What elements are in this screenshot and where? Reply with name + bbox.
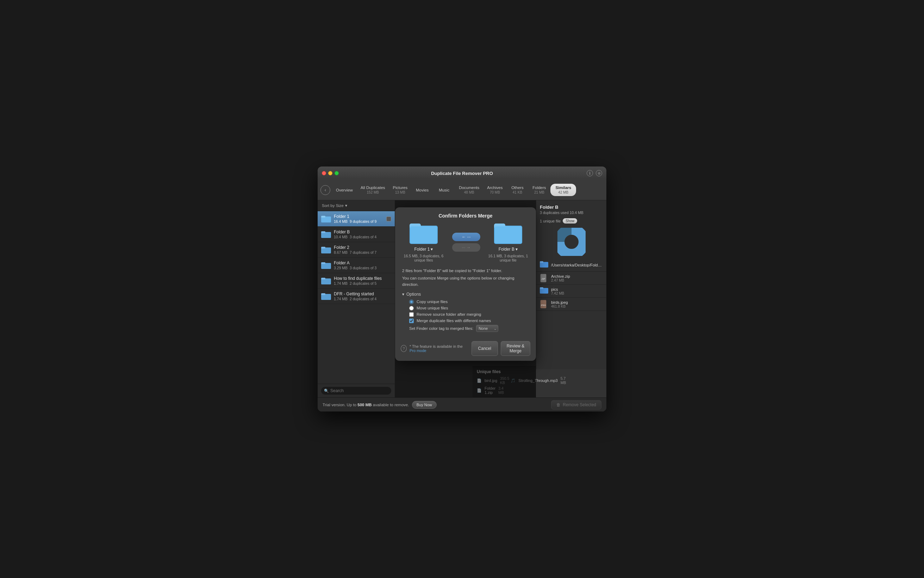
- titlebar: Duplicate File Remover PRO ℹ ⊕: [318, 167, 606, 180]
- folder-item[interactable]: DFR - Getting started 1.74 MB 2 duplicat…: [318, 289, 395, 304]
- option-remove-source: Remove source folder after merging: [402, 312, 529, 317]
- content-area: Folder B 3 duplicates used 10.4 MB 1 uni…: [395, 200, 606, 398]
- folder-item[interactable]: Folder 2 8.67 MB 7 duplicates of 7: [318, 242, 395, 258]
- file-info: birds.jpeg 461.8 KB: [551, 300, 603, 308]
- remove-source-checkbox[interactable]: [409, 312, 414, 317]
- folder-info: How to find duplicate files 1.74 MB 2 du…: [334, 276, 391, 286]
- merge-diff-checkbox[interactable]: [409, 318, 414, 323]
- info-icon[interactable]: ℹ: [587, 170, 593, 176]
- main-content: Sort by Size ▾ Folder 1 16.4 MB 9 duplic…: [318, 200, 606, 398]
- folder-item[interactable]: Folder B 10.4 MB 3 duplicates of 4: [318, 227, 395, 242]
- folder-small-icon: [540, 287, 548, 295]
- folder-item[interactable]: Folder A 3.29 MB 3 duplicates of 3: [318, 258, 395, 273]
- help-button[interactable]: ?: [401, 345, 407, 352]
- modal-options: ▾ Options Copy unique files Move unique …: [395, 289, 536, 338]
- modal-footer-buttons: Cancel Review & Merge: [471, 341, 530, 356]
- svg-rect-19: [540, 287, 543, 289]
- search-input[interactable]: [330, 388, 388, 393]
- tab-music[interactable]: Music: [434, 187, 455, 193]
- svg-rect-1: [321, 216, 325, 218]
- svg-rect-15: [540, 261, 543, 263]
- file-info: Archive.zip 2.47 MB: [551, 274, 603, 283]
- tab-overview[interactable]: Overview: [333, 187, 356, 193]
- svg-rect-11: [321, 293, 325, 295]
- folder-icon: [321, 231, 331, 238]
- folder-icon: [321, 246, 331, 254]
- app-window: Duplicate File Remover PRO ℹ ⊕ ‹ Overvie…: [318, 167, 606, 411]
- option-copy: Copy unique files: [402, 300, 529, 304]
- cancel-button[interactable]: Cancel: [471, 341, 498, 356]
- tab-movies[interactable]: Movies: [412, 187, 433, 193]
- file-entry: ZIP Archive.zip 2.47 MB: [536, 272, 606, 285]
- remove-selected-button[interactable]: 🗑 Remove Selected: [551, 400, 601, 409]
- tab-archives[interactable]: Archives 70 MB: [484, 184, 506, 196]
- window-title: Duplicate File Remover PRO: [431, 171, 493, 176]
- folder1-display: Folder 1 ▾ 16.5 MB, 3 duplicates, 6 uniq…: [402, 222, 445, 262]
- folder2-display: Folder B ▾ 16.1 MB, 3 duplicates, 1 uniq…: [487, 222, 529, 262]
- arrow-left-button[interactable]: ← ···: [452, 233, 480, 241]
- color-tag-select-wrap: None Red Orange Yellow Green Blue Purple…: [476, 325, 498, 332]
- titlebar-actions: ℹ ⊕: [587, 170, 602, 176]
- color-tag-row: Set Finder color tag to merged files: No…: [402, 325, 529, 332]
- modal-overlay: Confirm Folders Merge F: [395, 200, 536, 398]
- feed-icon[interactable]: ⊕: [596, 170, 602, 176]
- arrow-right-button[interactable]: ··· →: [452, 243, 480, 252]
- tab-documents[interactable]: Documents 48 MB: [455, 184, 483, 196]
- buy-now-button[interactable]: Buy Now: [412, 401, 437, 409]
- tab-folders[interactable]: Folders 21 MB: [529, 184, 550, 196]
- folder-list: Folder 1 16.4 MB 9 duplicates of 9 Folde…: [318, 211, 395, 384]
- svg-rect-27: [495, 226, 521, 243]
- move-radio[interactable]: [409, 306, 414, 310]
- tab-similars[interactable]: Similars 42 MB: [551, 184, 576, 196]
- svg-text:JPEG: JPEG: [541, 304, 546, 306]
- folder-item[interactable]: How to find duplicate files 1.74 MB 2 du…: [318, 273, 395, 289]
- folders-compare-row: Folder 1 ▾ 16.5 MB, 3 duplicates, 6 uniq…: [395, 222, 536, 266]
- tab-others[interactable]: Others 41 KB: [507, 184, 528, 196]
- maximize-button[interactable]: [335, 171, 339, 175]
- pro-text: * The feature is available in the Pro mo…: [409, 344, 469, 353]
- folder-icon: [321, 261, 331, 269]
- back-button[interactable]: ‹: [320, 185, 330, 195]
- tabs-bar: ‹ Overview All Duplicates 152 MB Picture…: [318, 180, 606, 200]
- close-button[interactable]: [322, 171, 326, 175]
- confirm-merge-modal: Confirm Folders Merge F: [395, 207, 536, 361]
- tab-pictures[interactable]: Pictures 13 MB: [390, 184, 411, 196]
- folder-info: Folder 1 16.4 MB 9 duplicates of 9: [334, 214, 383, 224]
- folder-icon: [321, 277, 331, 285]
- tab-all-duplicates[interactable]: All Duplicates 152 MB: [357, 184, 389, 196]
- traffic-lights: [322, 171, 339, 175]
- options-header[interactable]: ▾ Options: [402, 292, 529, 297]
- color-tag-select[interactable]: None Red Orange Yellow Green Blue Purple…: [476, 325, 498, 332]
- unique-row: 1 unique file Show: [536, 217, 606, 225]
- file-info: pics 7.42 MB: [551, 287, 603, 295]
- folder-info: Folder B 10.4 MB 3 duplicates of 4: [334, 229, 391, 239]
- right-panel-header: Folder B 3 duplicates used 10.4 MB: [536, 200, 606, 217]
- folder-item[interactable]: Folder 1 16.4 MB 9 duplicates of 9: [318, 211, 395, 227]
- folder1-icon: [409, 222, 438, 245]
- show-button[interactable]: Show: [563, 218, 577, 224]
- option-move: Move unique files: [402, 306, 529, 310]
- folder-info: DFR - Getting started 1.74 MB 2 duplicat…: [334, 291, 391, 301]
- file-entry: pics 7.42 MB: [536, 285, 606, 298]
- sidebar-header: Sort by Size ▾: [318, 200, 395, 211]
- pro-mode-link[interactable]: Pro mode: [409, 349, 426, 353]
- sidebar: Sort by Size ▾ Folder 1 16.4 MB 9 duplic…: [318, 200, 395, 398]
- sort-button[interactable]: Sort by Size ▾: [322, 203, 347, 208]
- merge-arrows: ← ··· ··· →: [452, 233, 480, 252]
- status-text: Trial version. Up to 500 MB available to…: [323, 403, 409, 407]
- right-panel: Folder B 3 duplicates used 10.4 MB 1 uni…: [536, 200, 606, 369]
- folder2-icon: [494, 222, 522, 245]
- folder-small-icon: [540, 261, 548, 269]
- file-info: /Users/starka/Desktop/Folder B: [551, 263, 603, 267]
- folder-info: Folder A 3.29 MB 3 duplicates of 3: [334, 260, 391, 270]
- modal-info: 2 files from "Folder B" will be copied t…: [395, 266, 536, 289]
- file-entry: JPEG birds.jpeg 461.8 KB: [536, 298, 606, 311]
- image-icon: JPEG: [540, 300, 548, 308]
- minimize-button[interactable]: [328, 171, 333, 175]
- review-merge-button[interactable]: Review & Merge: [501, 341, 530, 356]
- svg-rect-7: [321, 262, 325, 264]
- trash-icon: 🗑: [556, 403, 560, 407]
- svg-rect-24: [410, 226, 437, 243]
- copy-radio[interactable]: [409, 300, 414, 304]
- folder-checkbox[interactable]: [386, 216, 391, 221]
